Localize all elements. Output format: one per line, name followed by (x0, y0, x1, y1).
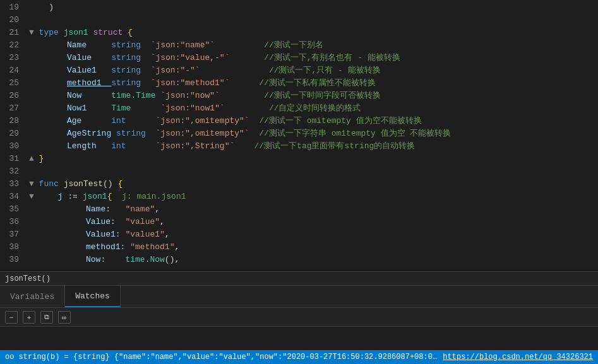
line-content: Now: time.Now(), (29, 254, 593, 266)
line-number: 30 (5, 140, 29, 153)
line-number: 32 (5, 165, 29, 178)
code-line: 28Age int `json:",omitempty"` //测试一下 omi… (0, 115, 598, 127)
code-line: 39Now: time.Now(), (0, 254, 598, 266)
panel-tabs: Variables Watches (0, 286, 598, 308)
line-content: Value1: "value1", (29, 228, 593, 241)
code-line: 21▼ type json1 struct { (0, 26, 598, 39)
code-lines: 19 )2021▼ type json1 struct {22Name stri… (0, 0, 598, 267)
code-line: 26Now time.Time `json:"now"` //测试一下时间字段可… (0, 90, 598, 102)
line-number: 35 (5, 203, 29, 216)
code-line: 19 ) (0, 1, 598, 14)
line-number: 24 (5, 64, 29, 77)
code-line: 25method1 string `json:"method1"` //测试一下… (0, 77, 598, 90)
code-line: 35Name: "name", (0, 203, 598, 216)
toolbar-loop-btn[interactable]: ∞ (58, 311, 71, 324)
line-number: 26 (5, 90, 29, 102)
line-content: method1 string `json:"method1"` //测试一下私有… (29, 77, 593, 90)
line-number: 34 (5, 191, 29, 203)
line-number: 20 (5, 14, 29, 26)
code-line: 33▼ func jsonTest() { (0, 178, 598, 191)
line-number: 36 (5, 216, 29, 228)
code-line: 23Value string `json:"value,-"` //测试一下,有… (0, 52, 598, 64)
line-content: method1: "method1", (29, 241, 593, 254)
breadcrumb-text: jsonTest() (5, 274, 51, 283)
panel-toolbar: − + ⧉ ∞ (0, 308, 598, 327)
toolbar-copy-btn[interactable]: ⧉ (40, 311, 53, 324)
code-line: 20 (0, 14, 598, 26)
line-content: Name: "name", (29, 203, 593, 216)
line-number: 39 (5, 254, 29, 266)
status-bar: oo string(b) = {string} {"name":"name","… (0, 350, 598, 364)
line-content: Value string `json:"value,-"` //测试一下,有别名… (29, 52, 593, 64)
tab-watches[interactable]: Watches (65, 286, 121, 307)
line-content: Length int `json:",String"` //测试一下tag里面带… (29, 140, 593, 153)
line-number: 29 (5, 127, 29, 140)
line-content: ) (29, 1, 593, 14)
line-content: Name string `json:"name"` //测试一下别名 (29, 39, 593, 52)
status-link[interactable]: https://blog.csdn.net/qq_34326321 (443, 353, 593, 361)
code-line: 37Value1: "value1", (0, 228, 598, 241)
line-number: 31 (5, 153, 29, 165)
line-content: ▼ func jsonTest() { (29, 178, 593, 191)
code-line: 24Value1 string `json:"-"` //测试一下,只有 - 能… (0, 64, 598, 77)
line-number: 37 (5, 228, 29, 241)
line-content: ▲ } (29, 153, 593, 165)
line-content: Age int `json:",omitempty"` //测试一下 omite… (29, 115, 593, 127)
code-line: 38method1: "method1", (0, 241, 598, 254)
code-line: 32 (0, 165, 598, 178)
line-number: 25 (5, 77, 29, 90)
code-line: 27Now1 Time `json:"now1"` //自定义时间转换的格式 (0, 102, 598, 115)
toolbar-minus-btn[interactable]: − (5, 311, 18, 324)
code-line: 30Length int `json:",String"` //测试一下tag里… (0, 140, 598, 153)
line-content: ▼ j := json1{ j: main.json1 (29, 191, 593, 203)
code-line: 36Value: "value", (0, 216, 598, 228)
status-text: oo string(b) = {string} {"name":"name","… (5, 353, 438, 361)
line-number: 22 (5, 39, 29, 52)
code-line: 29AgeString string `json:",omitempty"` /… (0, 127, 598, 140)
code-line: 31▲ } (0, 153, 598, 165)
line-content: Now time.Time `json:"now"` //测试一下时间字段可否被… (29, 90, 593, 102)
line-content: Value1 string `json:"-"` //测试一下,只有 - 能被转… (29, 64, 593, 77)
line-number: 28 (5, 115, 29, 127)
code-editor: 19 )2021▼ type json1 struct {22Name stri… (0, 0, 598, 271)
toolbar-plus-btn[interactable]: + (23, 311, 35, 324)
breadcrumb: jsonTest() (0, 271, 598, 285)
line-content: AgeString string `json:",omitempty"` //测… (29, 127, 593, 140)
line-number: 27 (5, 102, 29, 115)
line-number: 38 (5, 241, 29, 254)
line-content: ▼ type json1 struct { (29, 26, 593, 39)
line-content: Now1 Time `json:"now1"` //自定义时间转换的格式 (29, 102, 593, 115)
line-number: 21 (5, 26, 29, 39)
line-number: 19 (5, 1, 29, 14)
line-content: Value: "value", (29, 216, 593, 228)
line-number: 33 (5, 178, 29, 191)
tab-variables[interactable]: Variables (0, 286, 65, 307)
code-line: 34▼ j := json1{ j: main.json1 (0, 191, 598, 203)
line-number: 23 (5, 52, 29, 64)
code-line: 22Name string `json:"name"` //测试一下别名 (0, 39, 598, 52)
